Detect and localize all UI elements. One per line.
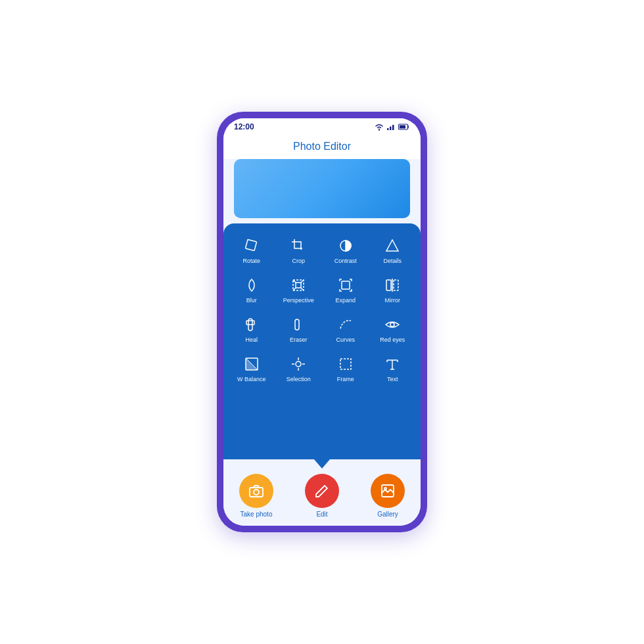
tool-frame[interactable]: Frame <box>323 350 369 388</box>
gallery-icon <box>380 483 396 499</box>
svg-rect-19 <box>246 321 254 325</box>
w-balance-label: W Balance <box>237 376 266 382</box>
eraser-label: Eraser <box>290 336 308 343</box>
status-bar: 12:00 <box>223 118 421 135</box>
rotate-label: Rotate <box>242 258 260 264</box>
details-label: Details <box>383 258 402 264</box>
tool-selection[interactable]: Selection <box>276 350 322 388</box>
status-icons <box>375 123 410 131</box>
svg-rect-29 <box>340 359 351 369</box>
eraser-icon <box>289 315 308 334</box>
tool-crop[interactable]: Crop <box>276 231 322 269</box>
svg-rect-4 <box>400 126 405 129</box>
svg-rect-14 <box>342 281 350 289</box>
svg-rect-16 <box>394 280 398 290</box>
selection-icon <box>289 355 308 373</box>
svg-marker-7 <box>386 240 398 251</box>
signal-icon <box>386 123 396 131</box>
tool-text[interactable]: Text <box>370 350 416 388</box>
phone-screen: 12:00 <box>223 118 421 526</box>
text-label: Text <box>387 376 398 382</box>
mirror-icon <box>383 276 402 294</box>
svg-rect-20 <box>295 319 299 330</box>
contrast-label: Contrast <box>334 258 357 264</box>
tool-blur[interactable]: Blur <box>229 271 275 309</box>
crop-label: Crop <box>292 258 305 264</box>
tool-red-eyes[interactable]: Red eyes <box>370 310 416 348</box>
frame-icon <box>336 355 355 373</box>
red-eyes-icon <box>383 315 402 334</box>
w-balance-icon <box>242 355 261 373</box>
tool-contrast[interactable]: Contrast <box>323 231 369 269</box>
tools-grid: Rotate Crop <box>229 231 415 388</box>
curves-label: Curves <box>336 336 355 343</box>
status-time: 12:00 <box>234 122 254 131</box>
tool-heal[interactable]: Heal <box>229 310 275 348</box>
svg-rect-13 <box>296 283 301 288</box>
contrast-icon <box>336 237 355 255</box>
svg-rect-0 <box>387 128 389 130</box>
tool-details[interactable]: Details <box>370 231 416 269</box>
svg-rect-1 <box>390 127 392 131</box>
nav-edit[interactable]: Edit <box>305 474 339 518</box>
panel-arrow <box>314 459 330 469</box>
red-eyes-label: Red eyes <box>380 336 405 343</box>
svg-marker-23 <box>246 358 258 370</box>
take-photo-label: Take photo <box>241 511 273 518</box>
camera-icon <box>248 483 264 499</box>
take-photo-button[interactable] <box>239 474 273 508</box>
blur-label: Blur <box>246 297 257 304</box>
edit-panel: Rotate Crop <box>223 223 421 459</box>
tool-rotate[interactable]: Rotate <box>229 231 275 269</box>
mirror-label: Mirror <box>385 297 401 304</box>
tool-eraser[interactable]: Eraser <box>276 310 322 348</box>
wifi-icon <box>375 123 384 131</box>
app-header: Photo Editor <box>223 135 421 159</box>
perspective-label: Perspective <box>283 297 314 304</box>
svg-point-24 <box>296 361 301 367</box>
crop-icon <box>289 237 308 255</box>
svg-point-33 <box>384 488 386 490</box>
gallery-button[interactable] <box>371 474 405 508</box>
image-preview <box>234 159 410 218</box>
svg-point-31 <box>254 490 259 495</box>
heal-label: Heal <box>245 336 258 343</box>
expand-label: Expand <box>335 297 356 304</box>
frame-label: Frame <box>337 376 354 382</box>
svg-rect-15 <box>386 280 391 290</box>
text-icon <box>383 355 402 373</box>
tool-curves[interactable]: Curves <box>323 310 369 348</box>
svg-rect-30 <box>250 488 263 497</box>
gallery-label: Gallery <box>377 511 398 518</box>
perspective-icon <box>289 276 308 294</box>
battery-icon <box>398 123 410 131</box>
svg-rect-5 <box>245 239 256 250</box>
details-icon <box>383 237 402 255</box>
edit-icon <box>314 483 330 499</box>
rotate-icon <box>242 237 261 255</box>
selection-label: Selection <box>287 376 311 382</box>
svg-point-21 <box>390 323 394 327</box>
blur-icon <box>242 276 261 294</box>
bottom-nav: Take photo Edit <box>223 469 421 526</box>
tool-w-balance[interactable]: W Balance <box>229 350 275 388</box>
phone-frame: 12:00 <box>217 112 427 532</box>
tool-expand[interactable]: Expand <box>323 271 369 309</box>
edit-label: Edit <box>316 511 327 518</box>
tool-perspective[interactable]: Perspective <box>276 271 322 309</box>
nav-take-photo[interactable]: Take photo <box>239 474 273 518</box>
tool-mirror[interactable]: Mirror <box>370 271 416 309</box>
curves-icon <box>336 315 355 334</box>
nav-gallery[interactable]: Gallery <box>371 474 405 518</box>
edit-button[interactable] <box>305 474 339 508</box>
app-title: Photo Editor <box>293 141 351 152</box>
expand-icon <box>336 276 355 294</box>
svg-rect-2 <box>392 125 394 130</box>
heal-icon <box>242 315 261 334</box>
